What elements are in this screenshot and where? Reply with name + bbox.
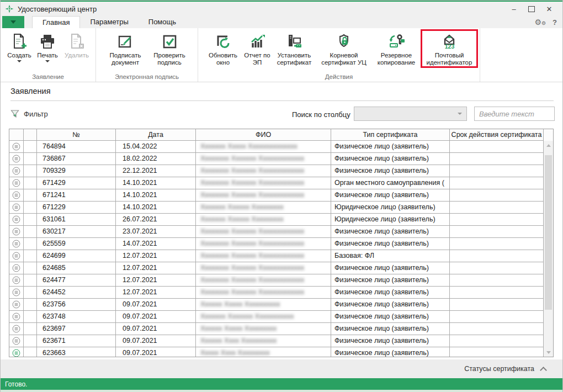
- row-menu-icon[interactable]: [9, 189, 24, 202]
- row-menu-icon[interactable]: [9, 226, 24, 238]
- delete-button[interactable]: Удалить: [61, 31, 92, 65]
- table-row[interactable]: 624477 12.07.2021 Хххххххх Ххххххх Ххххх…: [9, 274, 553, 287]
- row-menu-icon[interactable]: [9, 141, 24, 153]
- scroll-down-arrow-icon[interactable]: [544, 348, 553, 357]
- row-menu-icon[interactable]: [9, 335, 24, 347]
- row-type-cell: Физическое лицо (заявитель): [331, 335, 450, 347]
- create-document-icon: [10, 33, 28, 50]
- ribbon-tab-bar: Главная Параметры Помощь ⚙⚙ ?: [1, 16, 562, 28]
- scrollbar-thumb[interactable]: [545, 155, 552, 310]
- row-menu-icon[interactable]: [9, 262, 24, 274]
- verify-signature-button[interactable]: Проверить подпись: [148, 31, 191, 66]
- row-validity-cell: [450, 287, 544, 299]
- table-row[interactable]: 671241 14.10.2021 Хххххххх Ххххххх Ххххх…: [9, 189, 553, 202]
- table-row[interactable]: 764894 15.04.2022 Ххххххх Ххххх Хххххххх…: [9, 141, 553, 153]
- root-certificate-button[interactable]: Корневой сертификат УЦ: [317, 31, 370, 66]
- ribbon-group-label: Электронная подпись: [96, 73, 198, 80]
- refresh-window-button[interactable]: Обновить окно: [203, 31, 243, 66]
- row-menu-icon[interactable]: [9, 250, 24, 262]
- table-row[interactable]: 623663 09.07.2021 Ххххх Хххх Ххххххххх Ф…: [9, 347, 553, 357]
- table-row[interactable]: 624685 12.07.2021 Хххххххх Ххххххх Ххххх…: [9, 262, 553, 274]
- row-select-cell: [24, 226, 37, 238]
- row-validity-cell: [450, 189, 544, 202]
- create-button[interactable]: Создать: [5, 31, 34, 65]
- table-row[interactable]: 630217 23.07.2021 Хххххххх Ххххххх Ххххх…: [9, 226, 553, 238]
- row-validity-cell: [450, 177, 544, 189]
- settings-gears-icon[interactable]: ⚙⚙: [534, 18, 546, 26]
- scroll-up-arrow-icon[interactable]: [544, 141, 553, 150]
- row-type-cell: Физическое лицо (заявитель): [331, 226, 450, 238]
- statuses-label: Статусы сертификата: [464, 365, 534, 373]
- install-certificate-button[interactable]: Установить сертификат: [271, 31, 317, 66]
- row-select-cell: [24, 287, 37, 299]
- certificate-statuses-toggle[interactable]: Статусы сертификата: [1, 359, 562, 378]
- tab-pomoshch[interactable]: Помощь: [139, 16, 186, 28]
- table-row[interactable]: 709329 22.12.2021 Хххххххх Ххххххх Ххххх…: [9, 165, 553, 177]
- close-button[interactable]: ✕: [540, 2, 558, 15]
- table-row[interactable]: 625559 14.07.2021 Хххххххх Ххххххх Ххххх…: [9, 238, 553, 250]
- maximize-button[interactable]: [523, 2, 540, 15]
- tab-glavnaya[interactable]: Главная: [32, 16, 80, 28]
- row-select-cell: [24, 323, 37, 335]
- help-icon[interactable]: ?: [553, 18, 557, 27]
- row-menu-icon[interactable]: [9, 311, 24, 323]
- mail-identifier-button[interactable]: 123 Почтовый идентификатор: [422, 31, 476, 66]
- table-row[interactable]: 623671 09.07.2021 Хххххх Хххх Хххххххххх…: [9, 335, 553, 347]
- row-menu-icon[interactable]: [9, 153, 24, 165]
- row-menu-icon[interactable]: [9, 177, 24, 189]
- row-menu-icon[interactable]: [9, 274, 24, 287]
- row-number-cell: 709329: [37, 165, 116, 177]
- column-header-validity[interactable]: Срок действия сертификата: [450, 129, 544, 141]
- filter-button[interactable]: Фильтр: [10, 109, 48, 118]
- app-menu-button[interactable]: [2, 16, 24, 28]
- table-row[interactable]: 623756 09.07.2021 Хххххх Ххххх Ххххххххх…: [9, 299, 553, 311]
- row-number-cell: 624685: [37, 262, 116, 274]
- row-menu-icon[interactable]: [9, 202, 24, 214]
- minimize-button[interactable]: –: [505, 2, 523, 15]
- row-menu-icon[interactable]: [9, 238, 24, 250]
- row-menu-icon[interactable]: [9, 323, 24, 335]
- column-header-type[interactable]: Тип сертификата: [331, 129, 450, 141]
- row-menu-icon[interactable]: [9, 299, 24, 311]
- row-select-cell: [24, 214, 37, 226]
- table-row[interactable]: 623697 09.07.2021 Хххххх Ххххх Ххххххххх…: [9, 323, 553, 335]
- row-number-cell: 624699: [37, 250, 116, 262]
- table-row[interactable]: 624699 12.07.2021 Хххххххх Ххххххх Ххххх…: [9, 250, 553, 262]
- row-number-cell: 625559: [37, 238, 116, 250]
- vertical-scrollbar[interactable]: [544, 141, 553, 357]
- table-row[interactable]: 671229 14.10.2021 Ххххххх Хххххх Ххххххх…: [9, 202, 553, 214]
- row-type-cell: Физическое лицо (заявитель): [331, 165, 450, 177]
- row-menu-icon[interactable]: [9, 287, 24, 299]
- filter-label: Фильтр: [24, 110, 48, 118]
- table-row[interactable]: 631061 26.07.2021 Ххххххх Хххххх Ххххххх…: [9, 214, 553, 226]
- table-row[interactable]: 624452 12.07.2021 Хххххххх Ххххххх Ххххх…: [9, 287, 553, 299]
- status-text: Готово.: [5, 380, 27, 388]
- sign-document-button[interactable]: Подписать документ: [103, 31, 148, 66]
- search-column-select[interactable]: [354, 107, 467, 121]
- backup-button[interactable]: Резервное копирование: [370, 31, 422, 66]
- row-menu-icon[interactable]: [9, 165, 24, 177]
- column-header-fio[interactable]: ФИО: [196, 129, 331, 141]
- row-fio-cell: Ххххххх Хххххх Ххххххххх: [196, 202, 331, 214]
- row-menu-icon[interactable]: [9, 347, 24, 357]
- backup-icon: [387, 33, 405, 50]
- row-select-cell: [24, 177, 37, 189]
- row-fio-cell: Ххххххх Ххххх Хххххххххххххх: [196, 141, 331, 153]
- row-fio-cell: Хххххх Ххххх Хххххххххх: [196, 299, 331, 311]
- table-row[interactable]: 623748 09.07.2021 Ххххххх Ххххххх Хххххх…: [9, 311, 553, 323]
- report-ep-button[interactable]: Отчет по ЭП: [243, 31, 271, 66]
- table-row[interactable]: 736867 18.02.2022 Хххххххх Ххххххх Ххххх…: [9, 153, 553, 165]
- row-fio-cell: Хххххххх Ххххххх Ххххххххххххх: [196, 262, 331, 274]
- column-header-number[interactable]: №: [37, 129, 116, 141]
- row-number-cell: 630217: [37, 226, 116, 238]
- app-window: Удостоверяющий центр – ✕ Главная Парамет…: [0, 0, 563, 392]
- dropdown-arrow-icon: [45, 60, 50, 62]
- column-header-menu: [9, 129, 24, 141]
- report-chart-icon: [248, 33, 266, 50]
- tab-parametry[interactable]: Параметры: [80, 16, 138, 28]
- search-text-input[interactable]: [474, 107, 555, 121]
- column-header-date[interactable]: Дата: [116, 129, 196, 141]
- row-menu-icon[interactable]: [9, 214, 24, 226]
- table-row[interactable]: 671429 14.10.2021 Хххххххх Ххххххх Ххххх…: [9, 177, 553, 189]
- print-button[interactable]: Печать: [34, 31, 61, 65]
